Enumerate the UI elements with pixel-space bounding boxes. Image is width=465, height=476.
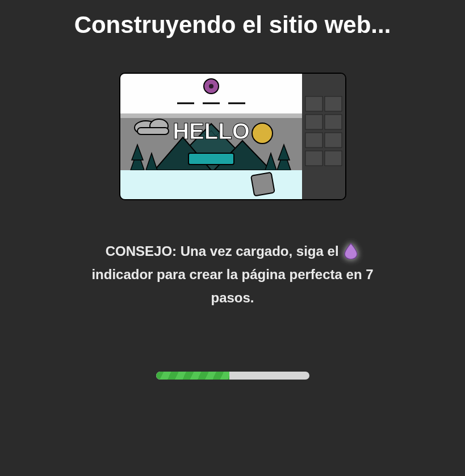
svg-rect-31: [120, 170, 302, 200]
tip-text: CONSEJO: Una vez cargado, siga el indica…: [85, 240, 380, 309]
loading-screen: Construyendo el sitio web...: [0, 0, 465, 476]
svg-rect-3: [305, 115, 322, 129]
svg-rect-6: [325, 133, 342, 148]
svg-rect-2: [325, 96, 342, 111]
svg-rect-30: [188, 153, 234, 165]
svg-point-17: [252, 123, 273, 144]
svg-rect-5: [305, 133, 322, 148]
tip-line-2: indicador para crear la página perfecta …: [91, 267, 373, 305]
svg-rect-1: [305, 96, 322, 111]
website-builder-illustration: HELLO: [119, 73, 346, 200]
purple-drop-indicator-icon: [343, 242, 358, 259]
svg-rect-32: [251, 172, 275, 196]
svg-rect-16: [120, 113, 302, 118]
svg-rect-4: [325, 115, 342, 129]
progress-fill: [156, 372, 230, 380]
svg-rect-20: [137, 128, 169, 134]
page-title: Construyendo el sitio web...: [74, 11, 391, 39]
svg-point-11: [209, 84, 213, 89]
svg-rect-7: [305, 151, 322, 166]
svg-rect-8: [325, 151, 342, 166]
progress-bar: [156, 372, 309, 380]
hello-text: HELLO: [173, 119, 250, 144]
tip-line-1: CONSEJO: Una vez cargado, siga el: [106, 243, 339, 259]
